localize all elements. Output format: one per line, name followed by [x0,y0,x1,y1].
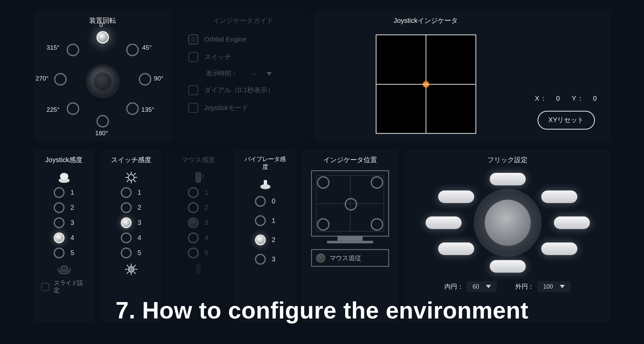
svg-point-4 [128,175,134,181]
rotation-node-225[interactable] [67,102,79,115]
slide-setting-label: スライド設定 [54,280,87,295]
rotation-node-0[interactable] [97,31,109,44]
position-bottom-right[interactable] [371,218,383,231]
joystick-xy-grid[interactable] [375,35,476,134]
vib-sens-opt-1[interactable]: 1 [255,215,275,226]
checkbox-icon[interactable] [188,35,198,45]
position-top-right[interactable] [371,176,383,189]
checkbox-icon[interactable] [41,283,50,291]
inner-circle-setting[interactable]: 内円： 60 [444,281,497,292]
chevron-down-icon [486,285,491,288]
rotation-node-90[interactable] [139,73,152,86]
radio-icon[interactable] [316,253,326,263]
vib-sens-opt-3[interactable]: 3 [255,254,275,265]
guide-orbital-row[interactable]: Orbital Engine [188,35,298,45]
switch-sensitivity-panel: スイッチ感度 1 2 3 4 5 [101,150,161,322]
guide-switch-label: スイッチ [204,53,231,61]
flick-pill-e[interactable] [554,216,590,229]
position-bottom-left[interactable] [317,218,330,231]
vib-sens-opt-0[interactable]: 0 [255,196,275,207]
outer-circle-setting[interactable]: 外円： 100 [515,281,571,292]
device-rotation-panel: 装置回転 0° 45° 90° 135° 180° 225° 270° 315° [34,10,172,141]
checkbox-icon[interactable] [188,103,198,113]
svg-line-21 [127,272,128,274]
svg-point-3 [61,266,67,271]
rotation-node-270[interactable] [54,73,67,86]
joystick-position-dot [423,81,429,87]
mouse-sens-opt-4: 4 [188,233,208,244]
vib-sens-opt-2[interactable]: 2 [255,235,275,246]
switch-sens-opt-2[interactable]: 2 [121,202,141,213]
joystick-x-value: 0 [556,95,561,102]
flick-pill-nw[interactable] [438,191,474,203]
checkbox-icon[interactable] [188,85,198,95]
joystick-sens-opt-3[interactable]: 3 [54,217,74,229]
mouse-sens-opt-2: 2 [188,202,208,213]
chevron-down-icon[interactable] [267,72,272,75]
switch-sens-opt-4[interactable]: 4 [121,233,141,244]
monitor-diagram[interactable] [311,170,389,237]
rot-label-45: 45° [142,44,152,51]
guide-display-time-row[interactable]: 表示時間： -- [188,70,298,78]
joystick-indicator-title: Joystickインジケータ [322,16,530,25]
slide-setting-row[interactable]: スライド設定 [41,280,87,295]
position-top-left[interactable] [317,176,330,189]
guide-dial-row[interactable]: ダイアル（0.1秒表示） [188,85,298,95]
switch-sens-opt-5[interactable]: 5 [121,248,141,259]
flick-pill-n[interactable] [489,173,526,186]
joystick-y-label: Y： [572,95,585,102]
joystick-xy-readout: X：0 Y：0 [531,94,602,103]
svg-point-13 [128,266,134,273]
position-center[interactable] [345,198,358,211]
vibrator-sensitivity-title: バイブレータ感度 [243,156,288,171]
joystick-sensitivity-panel: Joystick感度 1 2 3 4 5 スライド設定 [34,150,94,322]
svg-line-10 [134,181,135,182]
svg-rect-24 [264,180,267,185]
flick-pill-se[interactable] [541,243,577,255]
indicator-position-title: インジケータ位置 [310,156,391,164]
outer-circle-label: 外円： [515,283,534,291]
flick-pill-sw[interactable] [438,243,474,255]
guide-switch-row[interactable]: スイッチ [188,52,298,62]
flick-diagram[interactable] [420,170,596,276]
rotation-node-180[interactable] [97,115,109,128]
flick-settings-title: フリック設定 [412,156,603,164]
outer-circle-value: 100 [543,283,553,290]
switch-sensitivity-title: スイッチ感度 [111,156,151,164]
checkbox-icon[interactable] [188,52,198,62]
flick-pill-ne[interactable] [541,191,577,203]
guide-joystick-mode-label: Joystickモード [204,103,248,112]
sun-glow-icon [124,263,138,275]
joystick-indicator-panel: Joystickインジケータ X：0 Y：0 XYリセット [315,10,611,141]
svg-line-19 [134,272,135,274]
flick-pill-w[interactable] [425,216,462,229]
vibrator-sensitivity-panel: バイブレータ感度 0 1 2 3 [235,150,296,322]
xy-reset-button[interactable]: XYリセット [537,111,595,130]
svg-line-18 [127,265,128,266]
flick-settings-panel: フリック設定 内円： 60 外円： 100 [405,150,610,322]
rotation-dial[interactable]: 0° 45° 90° 135° 180° 225° 270° 315° [44,31,161,132]
flick-hub[interactable] [484,200,531,246]
flick-pill-s[interactable] [489,260,526,273]
rotation-node-315[interactable] [67,44,79,56]
mouse-follow-option[interactable]: マウス追従 [311,249,389,267]
mouse-sensitivity-panel: マウス感度 1 2 3 4 5 [168,150,228,322]
svg-point-1 [60,173,68,180]
outer-circle-dropdown[interactable]: 100 [537,281,571,292]
inner-circle-label: 内円： [444,283,463,291]
mouse-sens-opt-3: 3 [188,217,208,229]
indicator-position-panel: インジケータ位置 マウス追従 [302,150,398,322]
guide-joystick-mode-row[interactable]: Joystickモード [188,103,298,113]
joystick-sens-opt-4[interactable]: 4 [54,233,74,244]
rot-label-225: 225° [47,106,60,113]
joystick-sens-opt-5[interactable]: 5 [54,248,74,259]
inner-circle-dropdown[interactable]: 60 [467,281,496,292]
rotation-node-45[interactable] [126,44,139,56]
rotation-hub[interactable] [88,67,118,96]
switch-sens-opt-1[interactable]: 1 [121,187,141,198]
joystick-x-label: X： [535,95,548,102]
rotation-node-135[interactable] [126,102,139,115]
joystick-sens-opt-2[interactable]: 2 [54,202,74,213]
joystick-sens-opt-1[interactable]: 1 [54,187,74,198]
switch-sens-opt-3[interactable]: 3 [121,217,141,229]
